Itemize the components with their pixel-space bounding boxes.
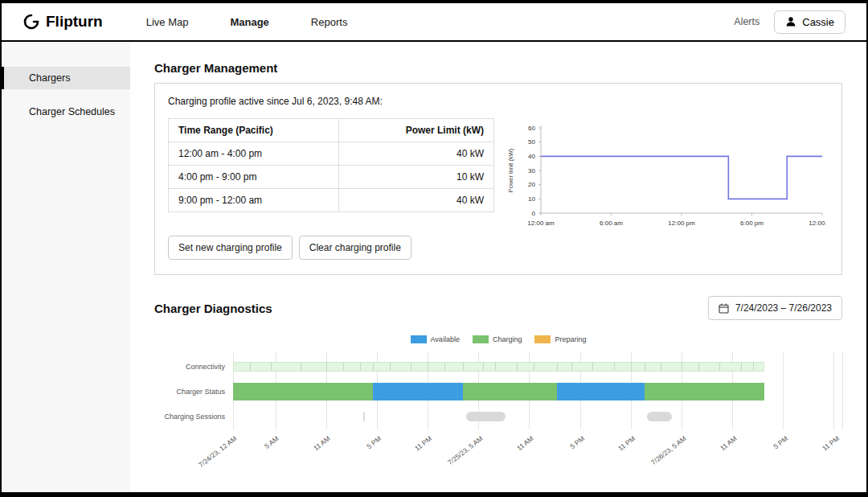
timeline-x-label: 11 AM bbox=[312, 434, 332, 452]
profile-card-content: Time Range (Pacific) Power Limit (kW) 12… bbox=[168, 118, 829, 260]
connectivity-divider bbox=[698, 363, 699, 371]
connectivity-divider bbox=[483, 363, 484, 371]
power-limit-cell: 40 kW bbox=[339, 142, 494, 166]
power-limit-cell: 40 kW bbox=[339, 189, 494, 212]
connectivity-divider bbox=[661, 363, 661, 371]
y-tick-label: 50 bbox=[528, 138, 535, 146]
diagnostics-timeline-section: AvailableChargingPreparing ConnectivityC… bbox=[154, 335, 842, 473]
legend-label: Preparing bbox=[555, 335, 586, 343]
connectivity-divider bbox=[343, 363, 344, 371]
profile-buttons: Set new charging profile Clear charging … bbox=[168, 236, 494, 260]
connectivity-divider bbox=[411, 363, 411, 371]
connectivity-divider bbox=[557, 363, 558, 371]
timeline-segment-charging[interactable] bbox=[645, 383, 764, 400]
flipturn-logo-icon bbox=[23, 13, 40, 31]
sidebar-item-charger-schedules[interactable]: Charger Schedules bbox=[2, 101, 130, 123]
diagnostics-title: Charger Diagnostics bbox=[154, 302, 272, 315]
connectivity-divider bbox=[682, 363, 682, 371]
timeline-plot bbox=[233, 349, 842, 429]
profile-active-note: Charging profile active since Jul 6, 202… bbox=[168, 96, 829, 107]
timeline-x-labels: 7/24/23, 12 AM5 AM11 AM5 PM11 PM7/25/23,… bbox=[233, 429, 844, 473]
connectivity-divider bbox=[444, 363, 445, 371]
legend-swatch-preparing bbox=[534, 335, 551, 343]
x-tick-label: 6:00 am bbox=[600, 220, 623, 227]
brand-name: Flipturn bbox=[46, 13, 103, 31]
y-tick-label: 10 bbox=[528, 195, 535, 203]
diagnostics-header: Charger Diagnostics 7/24/2023 – 7/26/202… bbox=[154, 296, 842, 320]
timeline-row-label-charging-sessions: Charging Sessions bbox=[164, 413, 225, 421]
timeline-x-label: 7/25/23, 5 AM bbox=[446, 434, 484, 466]
page-title: Charger Management bbox=[154, 61, 842, 75]
navbar: Flipturn Live MapManageReports Alerts Ca… bbox=[2, 3, 866, 42]
timeline-x-label: 7/26/23, 5 AM bbox=[649, 434, 687, 466]
legend-item-charging: Charging bbox=[473, 335, 522, 344]
connectivity-divider bbox=[614, 363, 615, 371]
timeline-gridline bbox=[842, 351, 843, 429]
nav-right: Alerts Cassie bbox=[734, 10, 845, 34]
x-tick-label: 6:00 pm bbox=[740, 220, 764, 227]
y-tick-label: 30 bbox=[528, 167, 535, 175]
connectivity-divider bbox=[250, 363, 251, 371]
x-tick-label: 12:00 am bbox=[527, 220, 555, 227]
timeline-x-label: 11 AM bbox=[515, 434, 535, 452]
connectivity-divider bbox=[592, 363, 593, 371]
legend-label: Available bbox=[431, 335, 460, 343]
legend-swatch-charging bbox=[473, 335, 489, 343]
time-range-cell: 9:00 pm - 12:00 am bbox=[169, 189, 339, 212]
timeline-segment-session[interactable] bbox=[466, 412, 506, 421]
power-limit-step-line bbox=[541, 156, 822, 199]
connectivity-divider bbox=[517, 363, 518, 371]
connectivity-divider bbox=[719, 363, 720, 371]
clear-charging-profile-button[interactable]: Clear charging profile bbox=[299, 236, 411, 260]
timeline-segment-available[interactable] bbox=[557, 383, 644, 400]
connectivity-divider bbox=[326, 363, 327, 371]
set-charging-profile-button[interactable]: Set new charging profile bbox=[168, 236, 293, 260]
connectivity-divider bbox=[428, 363, 428, 371]
connectivity-divider bbox=[301, 363, 301, 371]
power-limit-header: Power Limit (kW) bbox=[339, 119, 494, 142]
legend-label: Charging bbox=[493, 335, 522, 343]
date-range-picker[interactable]: 7/24/2023 – 7/26/2023 bbox=[708, 296, 842, 320]
timeline-row-label-connectivity: Connectivity bbox=[186, 363, 225, 371]
connectivity-divider bbox=[645, 363, 645, 371]
timeline-segment-session[interactable] bbox=[363, 412, 366, 421]
calendar-icon bbox=[719, 303, 729, 314]
time-range-cell: 4:00 pm - 9:00 pm bbox=[169, 166, 339, 189]
y-tick-label: 0 bbox=[532, 210, 536, 217]
connectivity-divider bbox=[534, 363, 534, 371]
nav-item-live-map[interactable]: Live Map bbox=[146, 16, 189, 28]
timeline-segment-session[interactable] bbox=[647, 412, 673, 421]
timeline-segment-charging[interactable] bbox=[233, 383, 373, 400]
x-tick-label: 12:00 am bbox=[809, 220, 827, 227]
profile-table-body: 12:00 am - 4:00 pm40 kW4:00 pm - 9:00 pm… bbox=[169, 142, 494, 212]
y-axis-label: Power limit (kW) bbox=[507, 148, 514, 192]
sidebar-item-chargers[interactable]: Chargers bbox=[2, 67, 130, 89]
connectivity-divider bbox=[741, 363, 742, 371]
timeline-x-label: 5 PM bbox=[568, 434, 586, 450]
timeline-segment-connected[interactable] bbox=[233, 362, 764, 372]
timeline-x-label: 11 AM bbox=[719, 434, 739, 452]
brand[interactable]: Flipturn bbox=[23, 13, 103, 31]
sidebar: ChargersCharger Schedules bbox=[2, 42, 130, 492]
timeline-row-labels: ConnectivityCharger StatusCharging Sessi… bbox=[154, 349, 225, 429]
connectivity-divider bbox=[271, 363, 272, 371]
profile-chart-container: Power limit (kW)010203040506012:00 am6:0… bbox=[504, 121, 827, 231]
connectivity-divider bbox=[373, 363, 374, 371]
user-menu-button[interactable]: Cassie bbox=[774, 10, 845, 34]
legend-item-available: Available bbox=[411, 335, 460, 344]
alerts-link[interactable]: Alerts bbox=[734, 16, 760, 27]
timeline-segment-charging[interactable] bbox=[463, 383, 557, 400]
charger-diagnostics-timeline: ConnectivityCharger StatusCharging Sessi… bbox=[154, 349, 842, 429]
nav-item-manage[interactable]: Manage bbox=[230, 16, 268, 28]
timeline-segment-available[interactable] bbox=[373, 383, 464, 400]
page: Flipturn Live MapManageReports Alerts Ca… bbox=[0, 0, 868, 497]
timeline-x-label: 11 PM bbox=[616, 434, 637, 453]
profile-table-column: Time Range (Pacific) Power Limit (kW) 12… bbox=[168, 118, 494, 260]
nav-item-reports[interactable]: Reports bbox=[311, 16, 348, 28]
main-content: Charger Management Charging profile acti… bbox=[130, 42, 866, 492]
connectivity-divider bbox=[631, 363, 632, 371]
timeline-x-label: 11 PM bbox=[821, 434, 841, 453]
charging-profile-table: Time Range (Pacific) Power Limit (kW) 12… bbox=[168, 118, 494, 212]
y-tick-label: 60 bbox=[528, 125, 535, 132]
legend-item-preparing: Preparing bbox=[534, 335, 586, 344]
